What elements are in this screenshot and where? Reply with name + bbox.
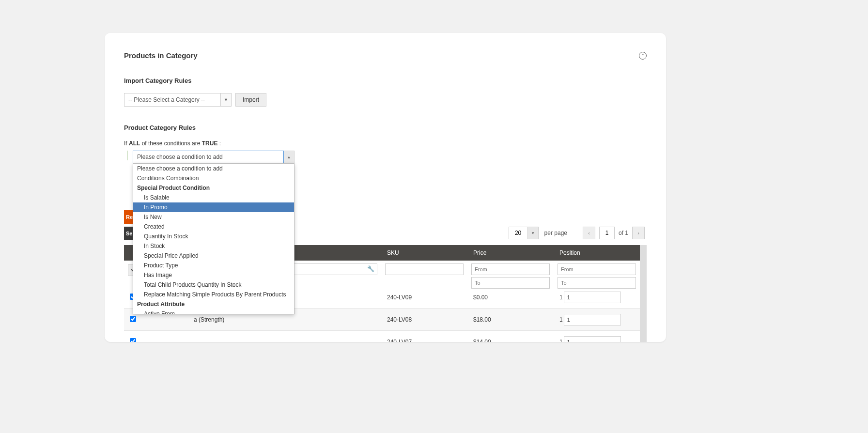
col-sku[interactable]: SKU xyxy=(381,249,467,256)
dropdown-option: Product Attribute xyxy=(133,299,294,309)
col-price[interactable]: Price xyxy=(467,249,554,256)
dropdown-option[interactable]: Has Image xyxy=(133,270,294,280)
dropdown-option[interactable]: In Promo xyxy=(133,202,294,212)
row-name: a (Strength) xyxy=(188,316,381,323)
dropdown-option[interactable]: Please choose a condition to add xyxy=(133,164,294,173)
row-position-input[interactable] xyxy=(564,336,621,342)
row-sku: 240-LV08 xyxy=(381,316,467,323)
panel-title: Products in Category xyxy=(124,51,198,60)
tree-line xyxy=(127,151,127,160)
cond-suffix: : xyxy=(219,140,221,147)
cond-true-link[interactable]: TRUE xyxy=(202,140,218,147)
filter-position-to[interactable] xyxy=(558,277,636,289)
dropdown-option[interactable]: Active From xyxy=(133,309,294,314)
row-position-input[interactable] xyxy=(564,314,621,325)
dropdown-option[interactable]: Created xyxy=(133,222,294,232)
products-in-category-panel: Products in Category ˄ Import Category R… xyxy=(105,33,666,342)
import-rules-label: Import Category Rules xyxy=(124,77,647,84)
import-button[interactable]: Import xyxy=(235,93,266,107)
row-price: $0.00 xyxy=(467,294,554,301)
col-position[interactable]: Position xyxy=(554,249,640,256)
dropdown-option[interactable]: Total Child Products Quantity In Stock xyxy=(133,280,294,290)
cond-prefix: If xyxy=(124,140,127,147)
dropdown-option[interactable]: Quantity In Stock xyxy=(133,232,294,241)
row-price: $18.00 xyxy=(467,316,554,323)
row-sku: 240-LV09 xyxy=(381,294,467,301)
page-size-toggle[interactable]: ▼ xyxy=(528,227,539,239)
dropdown-option[interactable]: In Stock xyxy=(133,241,294,251)
category-select-toggle[interactable]: ▼ xyxy=(221,93,232,107)
import-row: -- Please Select a Category -- ▼ Import xyxy=(124,93,647,107)
page-total-label: of 1 xyxy=(619,230,628,236)
table-row[interactable]: 240-LV07$14.001 xyxy=(124,330,640,342)
row-checkbox[interactable] xyxy=(130,316,136,322)
filter-price-to[interactable] xyxy=(471,277,550,289)
cond-all-link[interactable]: ALL xyxy=(129,140,140,147)
collapse-icon[interactable]: ˄ xyxy=(639,52,647,60)
category-select[interactable]: -- Please Select a Category -- xyxy=(124,93,221,107)
dropdown-option: Special Product Condition xyxy=(133,183,294,193)
condition-select-toggle[interactable]: ▲ xyxy=(284,151,294,163)
cond-mid: of these conditions are xyxy=(142,140,201,147)
dropdown-option[interactable]: Special Price Applied xyxy=(133,251,294,261)
row-sku: 240-LV07 xyxy=(381,339,467,342)
filter-sku-input[interactable] xyxy=(385,263,464,275)
filter-price-from[interactable] xyxy=(471,263,550,275)
page-size[interactable]: 20 xyxy=(509,227,528,239)
condition-sentence: If ALL of these conditions are TRUE : xyxy=(124,140,647,147)
dropdown-option[interactable]: Product Type xyxy=(133,261,294,270)
row-checkbox[interactable] xyxy=(130,338,136,342)
row-price: $14.00 xyxy=(467,339,554,342)
next-page-button[interactable]: › xyxy=(632,227,645,239)
wrench-icon[interactable]: 🔧 xyxy=(367,265,374,272)
condition-select-input[interactable] xyxy=(133,151,284,163)
per-page-label: per page xyxy=(544,230,567,236)
filter-position-from[interactable] xyxy=(558,263,636,275)
pager: 20 ▼ per page ‹ of 1 › xyxy=(509,227,645,239)
row-position-input[interactable] xyxy=(564,292,621,303)
dropdown-option[interactable]: Is Salable xyxy=(133,193,294,202)
page-number-input[interactable] xyxy=(599,227,615,239)
dropdown-option[interactable]: Conditions Combination xyxy=(133,173,294,183)
product-rules-label: Product Category Rules xyxy=(124,124,647,131)
condition-builder: ▲ Please choose a condition to addCondit… xyxy=(124,151,647,163)
condition-dropdown[interactable]: Please choose a condition to addConditio… xyxy=(133,163,294,314)
prev-page-button[interactable]: ‹ xyxy=(583,227,595,239)
dropdown-option[interactable]: Replace Matching Simple Products By Pare… xyxy=(133,290,294,299)
dropdown-option[interactable]: Is New xyxy=(133,212,294,222)
